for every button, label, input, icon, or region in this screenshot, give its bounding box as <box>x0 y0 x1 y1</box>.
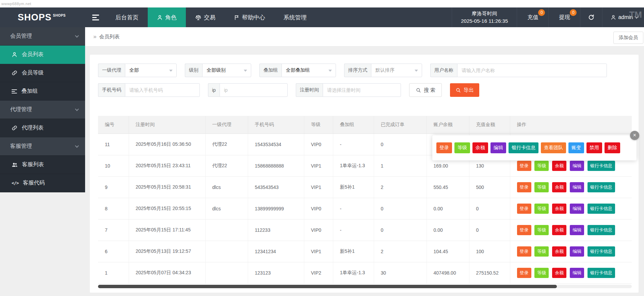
filter-label: 级别 <box>185 64 202 77</box>
sidebar-item-member-list[interactable]: 会员列表 <box>0 46 85 64</box>
sort-select[interactable]: 默认排序 <box>371 64 422 77</box>
login-button[interactable]: 登录 <box>517 225 531 235</box>
level-button[interactable]: 等级 <box>534 204 549 214</box>
login-button[interactable]: 登录 <box>517 182 531 192</box>
cell-group: 1单幸运-1.3 <box>333 155 374 176</box>
recharge-button[interactable]: 充值 0 <box>517 7 548 27</box>
nav-item-roles[interactable]: 角色 <box>148 7 186 27</box>
sidebar-item-agent-list[interactable]: 代理列表 <box>0 119 85 137</box>
sidebar-group-members[interactable]: 会员管理 <box>0 27 85 46</box>
add-member-button[interactable]: 添加会员 <box>613 32 643 44</box>
table-row: 8 2025年05月15日 20:55:15 dlcs 13899999999 … <box>98 198 632 219</box>
level-button[interactable]: 等级 <box>454 142 470 153</box>
cell-phone: 543543543 <box>248 176 304 198</box>
recharge-badge: 0 <box>538 9 545 16</box>
cell-regtime: 2025年05月15日 17:11:45 <box>129 219 205 241</box>
bank-card-button[interactable]: 银行卡信息 <box>587 182 615 192</box>
nav-item-help[interactable]: 帮助中心 <box>225 7 274 27</box>
balance-button[interactable]: 余额 <box>552 161 566 171</box>
cell-id: 9 <box>98 176 129 198</box>
sidebar-item-member-level[interactable]: 会员等级 <box>0 64 85 82</box>
sidebar-group-agents[interactable]: 代理管理 <box>0 101 85 119</box>
view-team-button[interactable]: 查看团队 <box>541 142 566 153</box>
sidebar-item-label: 叠加组 <box>21 88 38 95</box>
bank-card-button[interactable]: 银行卡信息 <box>509 142 538 153</box>
username-input[interactable] <box>457 68 607 73</box>
cell-phone: 1543534534 <box>248 134 304 155</box>
breadcrumb: » 会员列表 添加会员 <box>85 27 644 47</box>
nav-item-system[interactable]: 系统管理 <box>274 7 316 27</box>
cell-agent: dlcs <box>205 198 248 219</box>
balance-button[interactable]: 余额 <box>552 225 566 235</box>
login-button[interactable]: 登录 <box>517 161 531 171</box>
sidebar-menu: 会员管理 会员列表 会员等级 叠加组 代理管理 <box>0 27 85 192</box>
level-select[interactable]: 全部级别 <box>202 64 251 77</box>
cell-level: VIP0 <box>304 198 333 219</box>
edit-button[interactable]: 编辑 <box>570 268 584 278</box>
edit-button[interactable]: 编辑 <box>570 225 584 235</box>
login-button[interactable]: 登录 <box>517 204 531 214</box>
sidebar-item-service-list[interactable]: 客服列表 <box>0 156 85 174</box>
filter-label: 用户名称 <box>430 64 457 77</box>
user-icon <box>157 15 163 20</box>
refresh-icon[interactable] <box>580 7 602 27</box>
bank-card-button[interactable]: 银行卡信息 <box>587 268 615 278</box>
balance-button[interactable]: 余额 <box>552 246 566 257</box>
edit-button[interactable]: 编辑 <box>490 142 506 153</box>
level-button[interactable]: 等级 <box>534 246 549 257</box>
filter-ip: ip <box>208 83 288 97</box>
export-button[interactable]: 导出 <box>450 83 479 97</box>
cell-balance: 550.45 <box>426 176 469 198</box>
cell-phone: 15868888888 <box>248 155 304 176</box>
level-button[interactable]: 等级 <box>534 268 549 278</box>
cell-phone: 123123 <box>248 262 304 283</box>
sidebar-item-label: 客服列表 <box>22 161 44 168</box>
login-button[interactable]: 登录 <box>436 142 452 153</box>
delete-button[interactable]: 删除 <box>605 142 620 153</box>
edit-button[interactable]: 编辑 <box>570 161 584 171</box>
disable-button[interactable]: 禁用 <box>586 142 602 153</box>
level-button[interactable]: 等级 <box>534 182 549 192</box>
col-header-balance: 账户余额 <box>426 116 469 134</box>
login-button[interactable]: 登录 <box>517 246 531 257</box>
page-layout: 会员管理 会员列表 会员等级 叠加组 代理管理 <box>0 27 644 296</box>
login-button[interactable]: 登录 <box>517 268 531 278</box>
edit-button[interactable]: 编辑 <box>570 182 584 192</box>
col-header-regtime: 注册时间 <box>129 116 205 134</box>
search-button[interactable]: 搜 索 <box>409 83 442 97</box>
cell-recharge: 100 <box>469 241 510 262</box>
table-row: 9 2025年05月15日 20:58:31 dlcs 543543543 VI… <box>98 176 632 198</box>
cell-id: 11 <box>98 134 129 155</box>
horizontal-scrollbar[interactable] <box>98 285 632 288</box>
balance-button[interactable]: 余额 <box>552 268 566 278</box>
sidebar-toggle-icon[interactable] <box>85 7 106 27</box>
withdraw-button[interactable]: 提现 0 <box>548 7 580 27</box>
balance-button[interactable]: 余额 <box>552 204 566 214</box>
cell-id: 10 <box>98 155 129 176</box>
regtime-input[interactable] <box>323 87 401 93</box>
ip-input[interactable] <box>220 87 287 93</box>
scrollbar-thumb[interactable] <box>98 285 557 288</box>
close-icon[interactable]: × <box>630 131 639 140</box>
level-button[interactable]: 等级 <box>534 161 549 171</box>
account-change-button[interactable]: 账变 <box>568 142 584 153</box>
sidebar-group-service[interactable]: 客服管理 <box>0 137 85 156</box>
agent-select[interactable]: 全部 <box>125 64 177 77</box>
bank-card-button[interactable]: 银行卡信息 <box>587 204 615 214</box>
phone-input[interactable] <box>125 87 199 93</box>
edit-button[interactable]: 编辑 <box>570 204 584 214</box>
balance-button[interactable]: 余额 <box>472 142 488 153</box>
bank-card-button[interactable]: 银行卡信息 <box>587 161 615 171</box>
sidebar-item-service-code[interactable]: </> 客服代码 <box>0 174 85 192</box>
cell-regtime: 2025年05月13日 19:12:57 <box>129 241 205 262</box>
nav-item-dashboard[interactable]: 后台首页 <box>106 7 148 27</box>
balance-button[interactable]: 余额 <box>552 182 566 192</box>
bank-card-button[interactable]: 银行卡信息 <box>587 225 615 235</box>
edit-button[interactable]: 编辑 <box>570 246 584 257</box>
nav-item-trade[interactable]: 交易 <box>186 7 225 27</box>
sidebar-item-stack-group[interactable]: 叠加组 <box>0 82 85 101</box>
logo: SHOPS SHOPS <box>0 7 85 27</box>
level-button[interactable]: 等级 <box>534 225 549 235</box>
bank-card-button[interactable]: 银行卡信息 <box>587 246 615 257</box>
stack-group-select[interactable]: 全部叠加组 <box>281 64 336 77</box>
